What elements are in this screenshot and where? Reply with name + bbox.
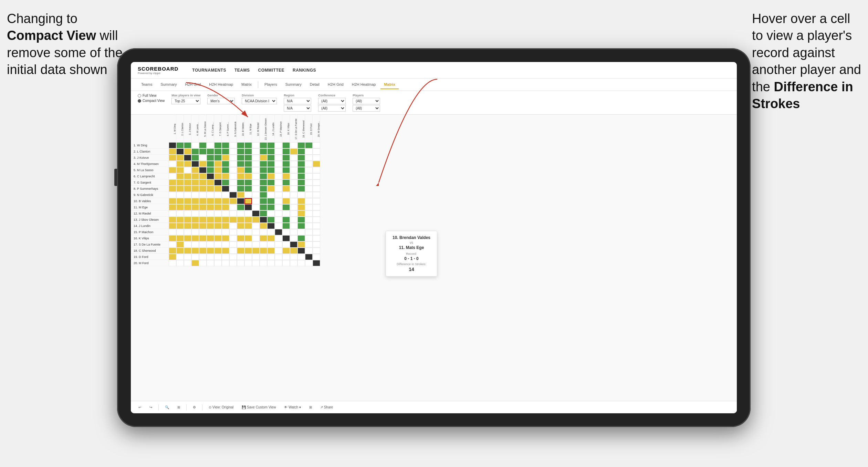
- cell-17-1[interactable]: [169, 241, 176, 248]
- cell-15-12[interactable]: [252, 229, 260, 235]
- cell-18-14[interactable]: [267, 248, 275, 254]
- cell-4-2[interactable]: [176, 161, 184, 167]
- cell-10-17[interactable]: [290, 198, 297, 204]
- share-button[interactable]: ↗ Share: [318, 405, 335, 410]
- cell-19-15[interactable]: [275, 254, 282, 260]
- cell-15-15[interactable]: [275, 229, 282, 235]
- cell-4-18[interactable]: [297, 161, 305, 167]
- cell-15-2[interactable]: [176, 229, 184, 235]
- cell-1-8[interactable]: [222, 142, 229, 148]
- cell-20-4[interactable]: [191, 260, 199, 266]
- cell-2-11[interactable]: [244, 148, 252, 155]
- cell-14-4[interactable]: [191, 223, 199, 229]
- cell-8-1[interactable]: [169, 186, 176, 192]
- cell-13-19[interactable]: [305, 217, 313, 223]
- cell-1-19[interactable]: [305, 142, 313, 148]
- cell-9-11[interactable]: [244, 192, 252, 198]
- tab-summary-left[interactable]: Summary: [157, 80, 180, 89]
- cell-8-9[interactable]: [229, 186, 237, 192]
- cell-16-16[interactable]: [282, 235, 290, 241]
- cell-13-7[interactable]: [214, 217, 222, 223]
- cell-2-3[interactable]: [184, 148, 191, 155]
- nav-rankings[interactable]: RANKINGS: [293, 68, 316, 73]
- cell-1-11[interactable]: [244, 142, 252, 148]
- cell-7-6[interactable]: [207, 179, 214, 186]
- cell-13-15[interactable]: [275, 217, 282, 223]
- cell-16-13[interactable]: [260, 235, 267, 241]
- nav-button[interactable]: ⊞: [175, 405, 182, 410]
- cell-4-11[interactable]: [244, 161, 252, 167]
- cell-2-4[interactable]: [191, 148, 199, 155]
- cell-3-17[interactable]: [290, 155, 297, 161]
- cell-4-8[interactable]: [222, 161, 229, 167]
- cell-7-18[interactable]: [297, 179, 305, 186]
- cell-2-6[interactable]: [207, 148, 214, 155]
- cell-13-12[interactable]: [252, 217, 260, 223]
- cell-10-3[interactable]: [184, 198, 191, 204]
- cell-11-2[interactable]: [176, 204, 184, 210]
- cell-11-9[interactable]: [229, 204, 237, 210]
- cell-7-17[interactable]: [290, 179, 297, 186]
- cell-12-4[interactable]: [191, 210, 199, 217]
- cell-6-5[interactable]: [199, 173, 207, 179]
- cell-16-14[interactable]: [267, 235, 275, 241]
- cell-5-3[interactable]: [184, 167, 191, 173]
- cell-18-16[interactable]: [282, 248, 290, 254]
- cell-10-4[interactable]: [191, 198, 199, 204]
- cell-17-19[interactable]: [305, 241, 313, 248]
- cell-13-3[interactable]: [184, 217, 191, 223]
- cell-8-17[interactable]: [290, 186, 297, 192]
- cell-3-10[interactable]: [237, 155, 244, 161]
- cell-14-8[interactable]: [222, 223, 229, 229]
- cell-18-20[interactable]: [313, 248, 320, 254]
- cell-3-5[interactable]: [199, 155, 207, 161]
- cell-9-7[interactable]: [214, 192, 222, 198]
- cell-5-16[interactable]: [282, 167, 290, 173]
- cell-10-7[interactable]: [214, 198, 222, 204]
- cell-11-7[interactable]: [214, 204, 222, 210]
- cell-1-10[interactable]: [237, 142, 244, 148]
- cell-2-1[interactable]: [169, 148, 176, 155]
- cell-7-4[interactable]: [191, 179, 199, 186]
- cell-19-9[interactable]: [229, 254, 237, 260]
- cell-2-14[interactable]: [267, 148, 275, 155]
- cell-8-18[interactable]: [297, 186, 305, 192]
- cell-10-14[interactable]: [267, 198, 275, 204]
- cell-4-16[interactable]: [282, 161, 290, 167]
- cell-9-13[interactable]: [260, 192, 267, 198]
- players-select2[interactable]: (All): [353, 105, 380, 112]
- cell-16-9[interactable]: [229, 235, 237, 241]
- cell-7-16[interactable]: [282, 179, 290, 186]
- cell-15-9[interactable]: [229, 229, 237, 235]
- cell-7-11[interactable]: [244, 179, 252, 186]
- cell-16-6[interactable]: [207, 235, 214, 241]
- cell-2-16[interactable]: [282, 148, 290, 155]
- cell-11-8[interactable]: [222, 204, 229, 210]
- players-select[interactable]: (All): [353, 98, 380, 104]
- cell-19-13[interactable]: [260, 254, 267, 260]
- cell-15-1[interactable]: [169, 229, 176, 235]
- cell-9-3[interactable]: [184, 192, 191, 198]
- cell-14-1[interactable]: [169, 223, 176, 229]
- cell-1-9[interactable]: [229, 142, 237, 148]
- cell-16-15[interactable]: [275, 235, 282, 241]
- cell-16-2[interactable]: [176, 235, 184, 241]
- cell-15-4[interactable]: [191, 229, 199, 235]
- cell-19-18[interactable]: [297, 254, 305, 260]
- cell-11-3[interactable]: [184, 204, 191, 210]
- cell-3-7[interactable]: [214, 155, 222, 161]
- cell-6-15[interactable]: [275, 173, 282, 179]
- cell-7-7[interactable]: [214, 179, 222, 186]
- cell-14-10[interactable]: [237, 223, 244, 229]
- cell-1-17[interactable]: [290, 142, 297, 148]
- cell-10-11[interactable]: [244, 198, 252, 204]
- cell-2-20[interactable]: [313, 148, 320, 155]
- cell-14-2[interactable]: [176, 223, 184, 229]
- compact-view-radio[interactable]: [138, 99, 141, 103]
- tab-h2h-grid-right[interactable]: H2H Grid: [324, 80, 347, 89]
- cell-14-13[interactable]: [260, 223, 267, 229]
- cell-5-8[interactable]: [222, 167, 229, 173]
- cell-6-3[interactable]: [184, 173, 191, 179]
- cell-20-8[interactable]: [222, 260, 229, 266]
- cell-19-17[interactable]: [290, 254, 297, 260]
